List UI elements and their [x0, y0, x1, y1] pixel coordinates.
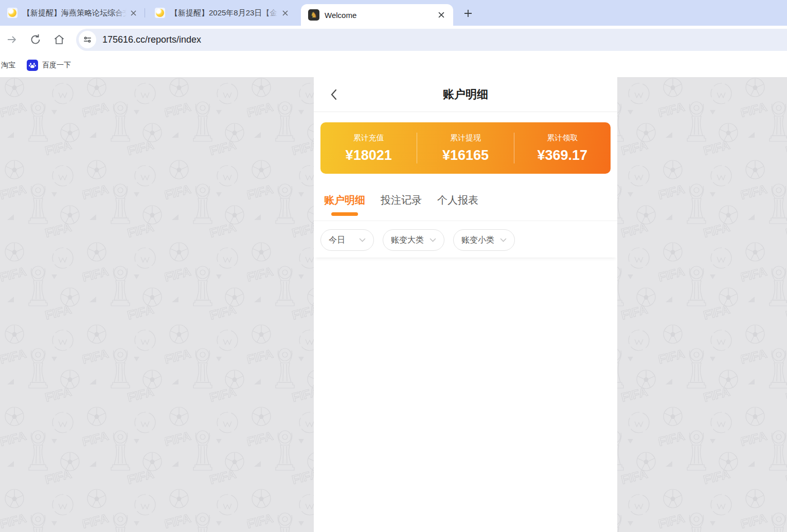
transaction-list	[314, 258, 617, 265]
close-tab-icon[interactable]	[127, 6, 140, 20]
site-logo-favicon: ♞	[308, 9, 319, 21]
home-button[interactable]	[51, 32, 67, 47]
tab-title: Welcome	[325, 11, 356, 20]
stats-section: 累计充值 ¥18021 累计提现 ¥16165 累计领取 ¥369.17	[314, 112, 617, 174]
bookmark-baidu[interactable]: 百度一下	[27, 60, 71, 71]
page-title: 账户明细	[443, 87, 488, 102]
stat-label: 累计充值	[320, 133, 417, 143]
page-background: FIFA FIFA	[0, 77, 787, 532]
tab-personal-report[interactable]: 个人报表	[437, 193, 478, 216]
stat-total-deposit: 累计充值 ¥18021	[320, 133, 417, 163]
active-tab-underline	[331, 212, 358, 216]
filter-label: 今日	[329, 235, 345, 246]
bookmark-taobao[interactable]: 淘宝	[1, 61, 15, 70]
back-chevron-icon[interactable]	[327, 87, 342, 102]
browser-tab-strip: 【新提醒】海燕策略论坛综合交 【新提醒】2025年8月23日【金 ♞ Welco…	[0, 0, 787, 26]
site-settings-icon[interactable]	[79, 31, 96, 48]
stat-label: 累计提现	[417, 133, 513, 143]
stat-total-withdraw: 累计提现 ¥16165	[417, 133, 513, 163]
stat-value: ¥369.17	[514, 148, 611, 163]
url-bar[interactable]: 175616.cc/reports/index	[76, 29, 787, 51]
bookmark-label: 百度一下	[42, 61, 71, 70]
mail-favicon	[7, 8, 17, 18]
stat-value: ¥16165	[417, 148, 513, 163]
filter-date-dropdown[interactable]: 今日	[320, 229, 374, 251]
close-tab-icon[interactable]	[435, 8, 448, 22]
tab-title-fade	[265, 8, 278, 18]
filter-minor-type-dropdown[interactable]: 账变小类	[453, 229, 515, 251]
report-tabs: 账户明细 投注记录 个人报表	[314, 174, 617, 221]
tab-title-fade	[421, 11, 435, 20]
totals-card: 累计充值 ¥18021 累计提现 ¥16165 累计领取 ¥369.17	[320, 122, 611, 174]
chevron-down-icon	[359, 238, 366, 242]
tab-title: 【新提醒】海燕策略论坛综合交	[23, 8, 127, 17]
filter-major-type-dropdown[interactable]: 账变大类	[383, 229, 444, 251]
tab-label: 投注记录	[381, 193, 422, 207]
refresh-button[interactable]	[28, 32, 43, 47]
tab-separator	[145, 8, 145, 17]
tab-label: 账户明细	[324, 193, 365, 207]
chevron-down-icon	[500, 238, 507, 242]
mail-favicon	[155, 8, 165, 18]
filter-row: 今日 账变大类 账变小类	[314, 221, 617, 258]
chevron-down-icon	[430, 238, 436, 242]
tab-account-detail[interactable]: 账户明细	[324, 193, 365, 216]
filter-label: 账变大类	[391, 235, 424, 246]
tab-title-fade	[113, 8, 127, 18]
tab-title: 【新提醒】2025年8月23日【金	[170, 8, 277, 17]
browser-tab-1[interactable]: 【新提醒】海燕策略论坛综合交	[0, 0, 144, 26]
browser-tab-active[interactable]: ♞ Welcome	[301, 4, 453, 26]
stat-label: 累计领取	[514, 133, 611, 143]
close-tab-icon[interactable]	[278, 6, 292, 20]
new-tab-button[interactable]	[461, 6, 475, 21]
browser-toolbar: 175616.cc/reports/index	[0, 26, 787, 53]
tab-bet-records[interactable]: 投注记录	[381, 193, 422, 216]
stat-value: ¥18021	[320, 148, 417, 163]
tab-label: 个人报表	[437, 193, 478, 207]
page-header: 账户明细	[314, 77, 617, 112]
baidu-paw-icon	[27, 60, 38, 71]
url-text[interactable]: 175616.cc/reports/index	[102, 34, 201, 45]
content-column: 账户明细 累计充值 ¥18021 累计提现 ¥16165 累计领取 ¥369.1…	[314, 77, 617, 532]
forward-button[interactable]	[4, 32, 20, 47]
bookmark-label: 淘宝	[1, 61, 15, 70]
bookmarks-bar: 淘宝 百度一下	[0, 53, 787, 77]
filter-label: 账变小类	[461, 235, 494, 246]
stat-total-claimed: 累计领取 ¥369.17	[514, 133, 611, 163]
browser-tab-2[interactable]: 【新提醒】2025年8月23日【金	[148, 0, 296, 26]
